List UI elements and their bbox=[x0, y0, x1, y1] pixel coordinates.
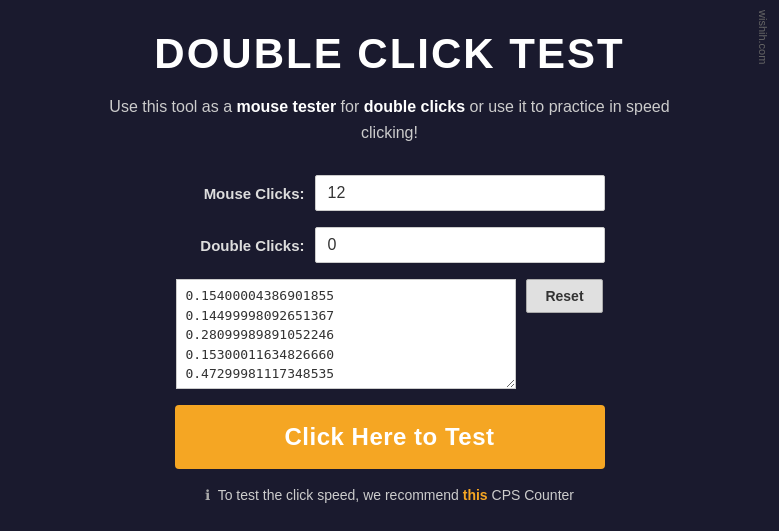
double-clicks-input[interactable] bbox=[315, 227, 605, 263]
cps-counter-link[interactable]: this bbox=[463, 487, 488, 503]
reset-button[interactable]: Reset bbox=[526, 279, 602, 313]
log-row: Reset bbox=[80, 279, 700, 389]
footer-note: ℹ To test the click speed, we recommend … bbox=[205, 487, 574, 503]
mouse-clicks-label: Mouse Clicks: bbox=[175, 185, 305, 202]
double-clicks-row: Double Clicks: bbox=[80, 227, 700, 263]
subtitle: Use this tool as a mouse tester for doub… bbox=[90, 94, 690, 145]
subtitle-bold1: mouse tester bbox=[237, 98, 337, 115]
footer-suffix: CPS Counter bbox=[492, 487, 574, 503]
double-clicks-label: Double Clicks: bbox=[175, 237, 305, 254]
mouse-clicks-input[interactable] bbox=[315, 175, 605, 211]
log-textarea[interactable] bbox=[176, 279, 516, 389]
page-title: DOUBLE CLICK TEST bbox=[154, 30, 624, 78]
watermark: wishih.com bbox=[757, 10, 769, 64]
form-section: Mouse Clicks: Double Clicks: bbox=[80, 175, 700, 263]
mouse-clicks-row: Mouse Clicks: bbox=[80, 175, 700, 211]
subtitle-bold2: double clicks bbox=[364, 98, 465, 115]
subtitle-part1: Use this tool as a bbox=[109, 98, 236, 115]
click-test-button[interactable]: Click Here to Test bbox=[175, 405, 605, 469]
subtitle-part2: for bbox=[336, 98, 364, 115]
info-icon: ℹ bbox=[205, 487, 210, 503]
footer-info-text: To test the click speed, we recommend bbox=[218, 487, 463, 503]
